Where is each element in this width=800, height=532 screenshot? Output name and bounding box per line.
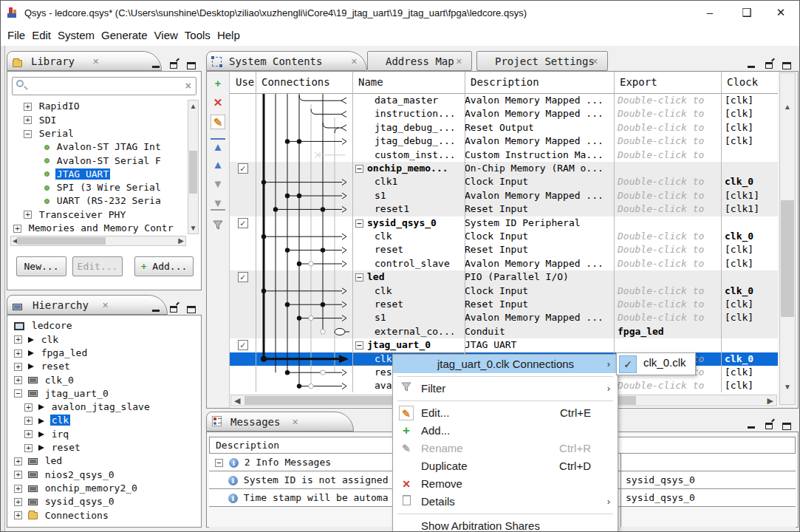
edit-button[interactable]: Edit... [72, 256, 123, 276]
minimize-panel-icon[interactable] [152, 310, 160, 312]
scroll-down-icon[interactable]: ▼ [780, 383, 795, 391]
tree-item-transceiver-phy[interactable]: + Transceiver PHY [10, 208, 186, 221]
port-row-jtag_debug_[interactable]: jtag_debug_...Avalon Memory Mapped ...Do… [230, 134, 778, 148]
clock-cell[interactable]: [clk] [721, 257, 778, 270]
expand-icon[interactable]: + [14, 485, 22, 493]
maximize-panel-icon[interactable] [782, 423, 791, 430]
column-header-use[interactable]: Use [236, 76, 254, 88]
menu-item-connections[interactable]: jtag_uart_0.clk Connections › [393, 355, 618, 373]
export-cell[interactable] [614, 270, 721, 284]
edit-icon[interactable]: ✎ [211, 115, 225, 129]
port-row-custom_inst[interactable]: custom_inst...Custom Instruction Ma...Do… [230, 149, 778, 162]
collapse-icon[interactable]: − [355, 273, 363, 282]
scrollbar-thumb[interactable] [189, 151, 197, 194]
port-row-jtag_debug_[interactable]: jtag_debug_...Reset OutputDouble-click t… [230, 121, 778, 134]
tree-item-uart-rs-232-seria[interactable]: UART (RS-232 Seria [10, 194, 186, 208]
tab-close-icon[interactable]: ✕ [351, 57, 358, 66]
port-row-s1[interactable]: s1Avalon Memory Mapped ...Double-click t… [230, 189, 778, 202]
scroll-right-icon[interactable]: ▶ [178, 236, 184, 245]
menu-generate[interactable]: Generate [101, 29, 148, 41]
minimize-panel-icon[interactable] [152, 66, 160, 68]
use-checkbox[interactable]: ✓ [238, 272, 248, 282]
collapse-icon[interactable]: − [24, 130, 32, 138]
tree-item-serial[interactable]: − Serial [10, 127, 186, 140]
clock-cell[interactable]: clk_0 [721, 175, 778, 188]
tree-item-memories-and-memory-contr[interactable]: + Memories and Memory Contr [10, 222, 186, 234]
collapse-icon[interactable]: − [355, 219, 363, 228]
clock-cell[interactable] [721, 162, 778, 175]
tree-item-irq[interactable]: + irq [11, 427, 197, 440]
clear-search-icon[interactable]: × [185, 80, 191, 92]
new-button[interactable]: New... [16, 256, 66, 276]
tab-address-map[interactable]: Address Map✕ [367, 51, 472, 71]
submenu-item-clk-0-clk[interactable]: clk_0.clk [643, 356, 686, 369]
maximize-button[interactable]: ❑ [731, 1, 762, 24]
port-row-data_master[interactable]: data_masterAvalon Memory Mapped ...Doubl… [230, 94, 778, 107]
maximize-panel-icon[interactable] [782, 62, 791, 69]
clock-cell[interactable] [721, 325, 778, 338]
menu-item-edit-[interactable]: ✎Edit...Ctrl+E [393, 404, 618, 422]
export-cell[interactable]: Double-click to [614, 121, 721, 134]
port-row-reset[interactable]: resetReset InputDouble-click to[clk] [230, 298, 778, 311]
move-up-icon[interactable]: ▲ [211, 157, 225, 172]
export-cell[interactable]: Double-click to [614, 107, 721, 120]
port-row-reset1[interactable]: reset1Reset InputDouble-click to[clk1] [230, 202, 778, 216]
export-cell[interactable]: Double-click to [614, 284, 721, 298]
use-checkbox[interactable]: ✓ [238, 163, 248, 174]
tree-item-clk[interactable]: + clk [11, 414, 197, 427]
clock-cell[interactable]: [clk] [721, 243, 778, 256]
export-cell[interactable]: Double-click to [614, 175, 721, 188]
clock-cell[interactable]: [clk] [721, 379, 778, 392]
float-panel-icon[interactable] [170, 62, 177, 69]
scroll-up-icon[interactable]: ▲ [780, 103, 795, 111]
port-row-s1[interactable]: s1Avalon Memory Mapped ...Double-click t… [230, 311, 778, 324]
expand-icon[interactable]: + [14, 363, 22, 371]
clock-cell[interactable]: clk_0 [721, 284, 778, 298]
expand-icon[interactable]: + [14, 457, 22, 466]
export-cell[interactable]: Double-click to [614, 243, 721, 256]
collapse-icon[interactable]: − [355, 341, 363, 349]
move-down-icon[interactable]: ▼ [211, 177, 225, 191]
scroll-down-icon[interactable]: ▼ [188, 224, 198, 232]
add-icon[interactable]: + [211, 76, 225, 91]
minimize-panel-icon[interactable] [748, 426, 755, 429]
menu-item-add-[interactable]: +Add... [393, 422, 618, 440]
module-row-led[interactable]: ✓−ledPIO (Parallel I/O) [230, 270, 778, 284]
column-header-description[interactable]: Description [471, 76, 539, 88]
export-cell[interactable]: Double-click to [614, 94, 721, 107]
export-cell[interactable] [614, 338, 721, 352]
export-cell[interactable] [614, 162, 721, 175]
expand-icon[interactable]: + [24, 103, 32, 111]
maximize-panel-icon[interactable] [187, 62, 196, 69]
expand-icon[interactable]: + [14, 376, 22, 384]
menu-view[interactable]: View [154, 29, 178, 41]
tab-system-contents[interactable]: System Contents✕ [206, 51, 367, 71]
column-header-connections[interactable]: Connections [261, 76, 330, 88]
library-vertical-scrollbar[interactable]: ▲ ▼ [188, 100, 199, 234]
expand-icon[interactable]: + [24, 116, 32, 124]
expand-icon[interactable]: + [14, 471, 22, 479]
clock-cell[interactable]: [clk] [721, 94, 778, 107]
scroll-left-icon[interactable]: ◀ [234, 396, 240, 406]
tree-item-onchip-memory2-0[interactable]: + onchip_memory2_0 [11, 482, 197, 495]
tree-item-rapidio[interactable]: + RapidIO [10, 100, 186, 113]
export-cell[interactable]: Double-click to [614, 379, 721, 392]
clock-cell[interactable]: [clk] [721, 134, 778, 148]
hierarchy-tab[interactable]: Hierarchy ✕ [7, 295, 168, 315]
minimize-panel-icon[interactable] [748, 66, 755, 68]
tree-item-avalon-jtag-slave[interactable]: + avalon_jtag_slave [11, 400, 197, 414]
menu-item-details[interactable]: Details› [393, 493, 618, 511]
tree-item-reset[interactable]: + reset [11, 360, 197, 373]
expand-icon[interactable]: + [24, 430, 33, 438]
library-tab[interactable]: Library ✕ [7, 51, 162, 71]
port-row-external_co[interactable]: external_co...Conduitfpga_led [230, 325, 778, 338]
tab-close-icon[interactable]: ✕ [592, 57, 598, 66]
table-vertical-scrollbar[interactable]: ▲ ▼ [779, 72, 796, 405]
tree-item-fpga-led[interactable]: + fpga_led [11, 347, 197, 360]
expand-icon[interactable]: + [14, 498, 22, 506]
expand-icon[interactable]: + [24, 211, 32, 219]
clock-cell[interactable] [721, 270, 778, 284]
tree-item-sysid-qsys-0[interactable]: + sysid_qsys_0 [11, 495, 197, 508]
filter-icon[interactable] [211, 219, 225, 234]
expand-icon[interactable]: + [14, 511, 22, 519]
